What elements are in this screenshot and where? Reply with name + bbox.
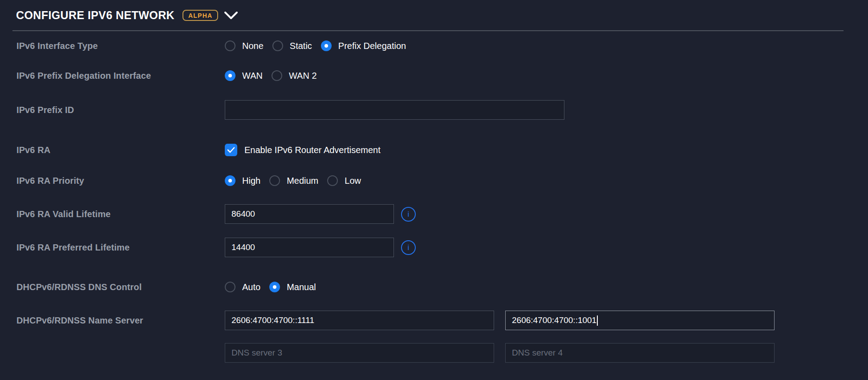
radio-label: Auto — [242, 282, 260, 292]
radio-circle-icon[interactable] — [225, 40, 235, 51]
row-dns-name-server-extra — [12, 343, 844, 363]
info-icon[interactable]: i — [401, 240, 416, 255]
dns-server-2-value: 2606:4700:4700::1001 — [512, 315, 596, 325]
radio-circle-selected-icon[interactable] — [225, 70, 235, 81]
radio-label: Low — [345, 176, 361, 186]
checkmark-icon — [227, 147, 235, 153]
radio-circle-icon[interactable] — [225, 282, 235, 292]
radio-static[interactable]: Static — [272, 40, 312, 51]
dns-server-4-input[interactable] — [505, 343, 775, 363]
radio-low[interactable]: Low — [327, 175, 361, 186]
radio-circle-icon[interactable] — [269, 175, 280, 186]
field-label: IPv6 Prefix ID — [16, 105, 225, 115]
chevron-down-icon[interactable] — [223, 10, 239, 20]
radio-circle-selected-icon[interactable] — [321, 40, 332, 51]
dns-server-1-input[interactable] — [225, 311, 494, 330]
row-ra-valid-lifetime: IPv6 RA Valid Lifetime i — [12, 204, 844, 224]
page-title: CONFIGURE IPV6 NETWORK — [16, 9, 174, 22]
row-prefix-delegation-interface: IPv6 Prefix Delegation Interface WAN WAN… — [12, 69, 844, 82]
field-label: DHCPv6/RDNSS DNS Control — [16, 282, 225, 292]
field-label: IPv6 RA Valid Lifetime — [16, 209, 225, 219]
field-label: IPv6 Prefix Delegation Interface — [16, 71, 225, 81]
radio-medium[interactable]: Medium — [269, 175, 318, 186]
dns-server-2-input[interactable]: 2606:4700:4700::1001 — [505, 311, 775, 330]
radio-manual[interactable]: Manual — [269, 282, 316, 292]
radio-prefix-delegation[interactable]: Prefix Delegation — [321, 40, 406, 51]
radio-label: WAN 2 — [289, 71, 317, 81]
field-label: DHCPv6/RDNSS Name Server — [16, 315, 225, 326]
row-ipv6-interface-type: IPv6 Interface Type None Static Prefix D… — [12, 39, 844, 53]
configure-ipv6-network-panel: CONFIGURE IPV6 NETWORK ALPHA IPv6 Interf… — [0, 0, 868, 363]
radio-none[interactable]: None — [225, 40, 264, 51]
ra-valid-lifetime-input[interactable] — [225, 204, 394, 224]
field-label: IPv6 RA Preferred Lifetime — [16, 243, 225, 253]
radio-label: Prefix Delegation — [338, 41, 406, 51]
row-ipv6-prefix-id: IPv6 Prefix ID — [12, 100, 844, 120]
radio-label: Manual — [287, 282, 316, 292]
ra-preferred-lifetime-input[interactable] — [225, 238, 394, 257]
radio-wan2[interactable]: WAN 2 — [272, 70, 317, 81]
field-label: IPv6 RA — [16, 145, 225, 155]
row-ra-preferred-lifetime: IPv6 RA Preferred Lifetime i — [12, 238, 844, 257]
dns-server-3-input[interactable] — [225, 343, 494, 363]
ipv6-prefix-id-input[interactable] — [225, 100, 564, 120]
info-icon[interactable]: i — [401, 207, 416, 222]
row-ipv6-ra-priority: IPv6 RA Priority High Medium Low — [12, 174, 844, 187]
radio-label: None — [242, 41, 264, 51]
section-header: CONFIGURE IPV6 NETWORK ALPHA — [12, 0, 844, 31]
radio-label: Static — [290, 41, 312, 51]
radio-wan[interactable]: WAN — [225, 70, 263, 81]
field-label: IPv6 Interface Type — [16, 41, 225, 51]
radio-auto[interactable]: Auto — [225, 282, 260, 292]
text-cursor — [597, 315, 598, 326]
enable-ra-checkbox[interactable] — [225, 144, 237, 156]
radio-high[interactable]: High — [225, 175, 260, 186]
radio-label: High — [242, 176, 260, 186]
row-dns-name-server: DHCPv6/RDNSS Name Server 2606:4700:4700:… — [12, 311, 844, 330]
field-label: IPv6 RA Priority — [16, 176, 225, 186]
row-dns-control: DHCPv6/RDNSS DNS Control Auto Manual — [12, 280, 844, 294]
alpha-badge: ALPHA — [183, 10, 218, 21]
radio-circle-icon[interactable] — [272, 70, 282, 81]
radio-label: WAN — [242, 71, 263, 81]
radio-label: Medium — [287, 176, 318, 186]
radio-circle-icon[interactable] — [272, 40, 283, 51]
checkbox-label: Enable IPv6 Router Advertisement — [244, 145, 381, 155]
radio-circle-selected-icon[interactable] — [269, 282, 280, 292]
row-ipv6-ra: IPv6 RA Enable IPv6 Router Advertisement — [12, 143, 844, 157]
radio-circle-selected-icon[interactable] — [225, 175, 235, 186]
radio-circle-icon[interactable] — [327, 175, 338, 186]
